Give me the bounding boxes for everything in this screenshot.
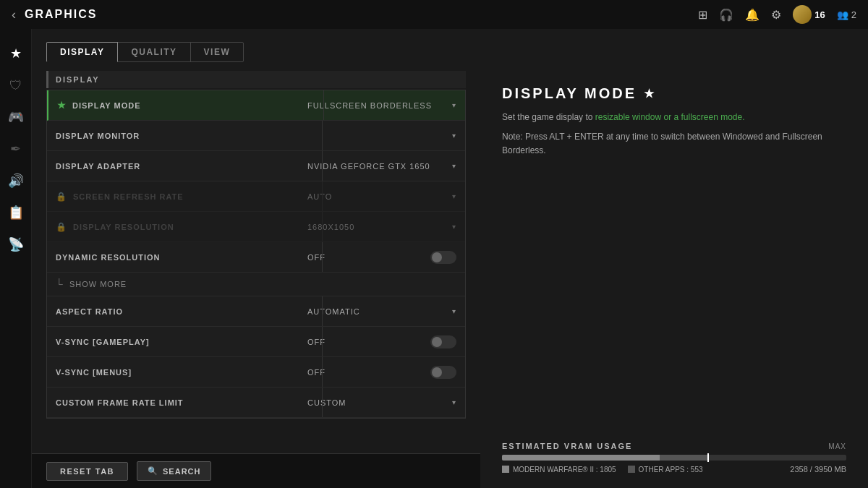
setting-row-dynamic-resolution[interactable]: DYNAMIC RESOLUTION OFF <box>47 242 465 273</box>
divider <box>322 121 323 150</box>
vram-header: ESTIMATED VRAM USAGE MAX <box>502 442 846 450</box>
gear-icon[interactable]: ⚙ <box>771 8 781 22</box>
setting-name-display-adapter: DISPLAY ADAPTER <box>47 162 299 171</box>
legend-mw-label: MODERN WARFARE® II : 1805 <box>513 466 616 474</box>
sidebar-icon-star[interactable]: ★ <box>3 40 29 67</box>
sidebar: ★ 🛡 🎮 ✒ 🔊 📋 📡 <box>0 29 32 488</box>
detail-link[interactable]: resizable window or a fullscreen mode. <box>595 112 745 122</box>
search-label: SEARCH <box>163 467 200 476</box>
legend-other-label: OTHER APPS : 553 <box>639 466 703 474</box>
vram-legend: MODERN WARFARE® II : 1805 OTHER APPS : 5… <box>502 465 846 474</box>
setting-value-display-adapter[interactable]: NVIDIA GEFORCE GTX 1650 ▾ <box>299 162 465 171</box>
right-panel: DISPLAY MODE ★ Set the game display to r… <box>480 71 868 488</box>
sidebar-icon-audio[interactable]: 🔊 <box>3 168 29 194</box>
players-badge: 👥 2 <box>837 9 856 20</box>
setting-row-aspect-ratio[interactable]: ASPECT RATIO AUTOMATIC ▾ <box>47 296 465 327</box>
divider <box>322 181 323 211</box>
divider <box>323 90 324 120</box>
chevron-down-icon: ▾ <box>452 307 456 315</box>
top-bar: ‹ GRAPHICS ⊞ 🎧 🔔 ⚙ 16 👥 2 <box>0 0 868 29</box>
section-label: DISPLAY <box>46 71 466 88</box>
setting-value-screen-refresh: AUTO ▾ <box>299 192 465 201</box>
top-bar-left: ‹ GRAPHICS <box>12 7 97 22</box>
show-more-label: SHOW MORE <box>69 280 127 288</box>
vram-usage-text: 2358 / 3950 MB <box>790 465 846 474</box>
bell-icon[interactable]: 🔔 <box>745 8 760 22</box>
players-count: 2 <box>851 9 856 20</box>
setting-row-vsync-gameplay[interactable]: V-SYNC [GAMEPLAY] OFF <box>47 327 465 357</box>
legend-other-dot <box>628 466 635 473</box>
setting-value-frame-rate[interactable]: CUSTOM ▾ <box>299 398 465 407</box>
level-badge: 16 <box>793 5 825 24</box>
vram-bar-mw <box>502 455 660 461</box>
back-button[interactable]: ‹ <box>12 7 16 22</box>
vram-bar-container <box>502 455 846 461</box>
vram-usage-marker <box>707 453 709 462</box>
setting-name-dynamic-resolution: DYNAMIC RESOLUTION <box>47 253 299 262</box>
chevron-down-icon: ▾ <box>452 101 456 109</box>
show-more-row[interactable]: └ SHOW MORE <box>47 273 465 296</box>
lock-icon: 🔒 <box>56 192 67 202</box>
setting-name-frame-rate: CUSTOM FRAME RATE LIMIT <box>47 398 299 407</box>
top-bar-right: ⊞ 🎧 🔔 ⚙ 16 👥 2 <box>698 5 856 24</box>
setting-row-frame-rate[interactable]: CUSTOM FRAME RATE LIMIT CUSTOM ▾ <box>47 388 465 418</box>
setting-name-display-monitor: DISPLAY MONITOR <box>47 132 299 140</box>
bottom-bar: RESET TAB 🔍 SEARCH <box>32 453 480 488</box>
setting-name-screen-refresh: 🔒 SCREEN REFRESH RATE <box>47 192 299 202</box>
sidebar-icon-list[interactable]: 📋 <box>3 200 29 226</box>
setting-name-display-mode: ★ DISPLAY MODE <box>48 100 299 111</box>
search-button[interactable]: 🔍 SEARCH <box>137 461 211 481</box>
sidebar-icon-controller[interactable]: 🎮 <box>3 104 29 130</box>
level-number: 16 <box>814 9 825 20</box>
tab-view[interactable]: VIEW <box>190 42 244 62</box>
chevron-down-icon: ▾ <box>452 223 456 231</box>
setting-value-display-monitor[interactable]: ▾ <box>299 132 465 140</box>
detail-description: Set the game display to resizable window… <box>502 111 846 124</box>
setting-value-vsync-menus[interactable]: OFF <box>299 366 465 379</box>
headset-icon[interactable]: 🎧 <box>719 8 733 22</box>
setting-row-screen-refresh: 🔒 SCREEN REFRESH RATE AUTO ▾ <box>47 181 465 212</box>
chevron-down-icon: ▾ <box>452 162 456 170</box>
tab-quality[interactable]: QUALITY <box>117 42 190 62</box>
toggle-vsync-gameplay[interactable] <box>430 335 456 348</box>
setting-row-display-mode[interactable]: ★ DISPLAY MODE FULLSCREEN BORDERLESS ▾ <box>47 90 465 121</box>
level-circle <box>793 5 812 24</box>
setting-value-vsync-gameplay[interactable]: OFF <box>299 335 465 348</box>
toggle-knob <box>432 367 442 377</box>
grid-icon[interactable]: ⊞ <box>698 8 707 22</box>
divider <box>322 327 323 356</box>
chevron-down-icon: ▾ <box>452 132 456 140</box>
players-icon: 👥 <box>837 9 848 20</box>
setting-value-dynamic-resolution[interactable]: OFF <box>299 251 465 264</box>
reset-tab-button[interactable]: RESET TAB <box>46 462 128 481</box>
setting-row-vsync-menus[interactable]: V-SYNC [MENUS] OFF <box>47 357 465 388</box>
settings-list: ★ DISPLAY MODE FULLSCREEN BORDERLESS ▾ D… <box>46 90 466 419</box>
toggle-vsync-menus[interactable] <box>430 366 456 379</box>
divider <box>322 151 323 181</box>
setting-row-display-adapter[interactable]: DISPLAY ADAPTER NVIDIA GEFORCE GTX 1650 … <box>47 151 465 181</box>
divider <box>322 296 323 326</box>
setting-name-vsync-menus: V-SYNC [MENUS] <box>47 368 299 377</box>
sidebar-icon-pen[interactable]: ✒ <box>3 136 29 162</box>
toggle-knob <box>432 337 442 347</box>
sidebar-icon-network[interactable]: 📡 <box>3 231 29 257</box>
tab-display[interactable]: DISPLAY <box>46 42 118 62</box>
setting-value-display-resolution: 1680X1050 ▾ <box>299 223 465 231</box>
vram-bar-other <box>660 455 708 461</box>
detail-note: Note: Press ALT + ENTER at any time to s… <box>502 130 846 158</box>
setting-row-display-resolution: 🔒 DISPLAY RESOLUTION 1680X1050 ▾ <box>47 212 465 242</box>
setting-name-aspect-ratio: ASPECT RATIO <box>47 307 299 316</box>
toggle-dynamic-resolution[interactable] <box>430 251 456 264</box>
setting-value-aspect-ratio[interactable]: AUTOMATIC ▾ <box>299 307 465 316</box>
setting-name-vsync-gameplay: V-SYNC [GAMEPLAY] <box>47 338 299 346</box>
lock-icon: 🔒 <box>56 222 67 232</box>
main-content: DISPLAY QUALITY VIEW DISPLAY ★ DISPLAY M… <box>32 29 868 488</box>
detail-star-icon: ★ <box>644 87 656 100</box>
setting-row-display-monitor[interactable]: DISPLAY MONITOR ▾ <box>47 121 465 151</box>
chevron-down-icon: ▾ <box>452 398 456 406</box>
search-icon: 🔍 <box>148 466 158 476</box>
columns: DISPLAY ★ DISPLAY MODE FULLSCREEN BORDER… <box>32 71 868 488</box>
divider <box>322 242 323 272</box>
sidebar-icon-shield[interactable]: 🛡 <box>3 72 29 98</box>
detail-title: DISPLAY MODE ★ <box>502 85 846 102</box>
